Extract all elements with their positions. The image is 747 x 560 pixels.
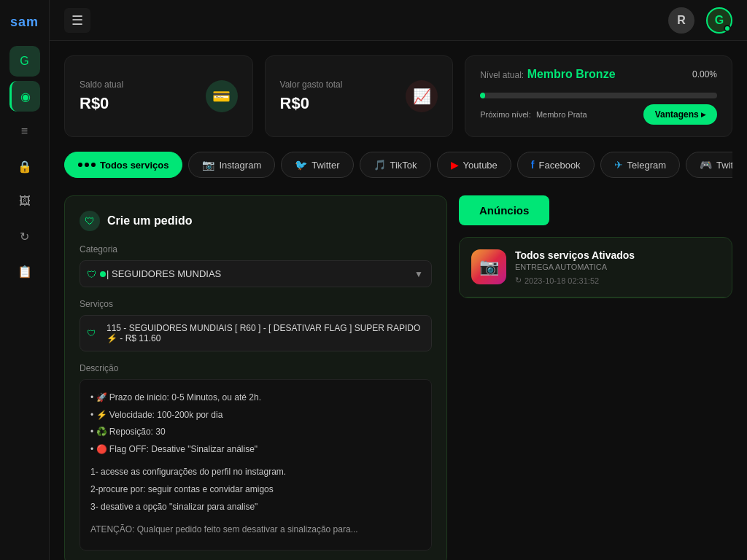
topbar-right: R G bbox=[668, 7, 732, 34]
service-card: 📷 Todos serviços Ativados ENTREGA AUTOMA… bbox=[460, 238, 732, 298]
sidebar-item-image[interactable]: 🖼 bbox=[9, 186, 40, 217]
tab-twitch[interactable]: 🎮 Twitch bbox=[686, 152, 732, 178]
servico-select-wrapper[interactable]: 🛡 115 - SEGUIDORES MUNDIAIS [ R60 ] - [ … bbox=[80, 315, 432, 351]
saldo-card: Saldo atual R$0 💳 bbox=[64, 55, 253, 137]
servico-shield-icon: 🛡 bbox=[87, 328, 96, 338]
tab-todos[interactable]: Todos serviços bbox=[64, 152, 182, 178]
image-icon: 🖼 bbox=[19, 195, 31, 208]
level-card: Nível atual: Membro Bronze 0.00% Próximo… bbox=[465, 55, 732, 137]
tab-tiktok[interactable]: 🎵 TikTok bbox=[360, 152, 431, 178]
youtube-icon: ▶ bbox=[451, 159, 459, 171]
valor-card: Valor gasto total R$0 📈 bbox=[265, 55, 454, 137]
valor-value: R$0 bbox=[280, 94, 343, 113]
level-info: Nível atual: Membro Bronze bbox=[480, 68, 615, 81]
valor-label: Valor gasto total bbox=[280, 79, 343, 90]
desc-line-6: 2-procure por: seguir contas e convidar … bbox=[90, 482, 421, 498]
desc-line-3: • ♻️ Reposição: 30 bbox=[90, 424, 421, 440]
shield-icon: 🛡 bbox=[80, 211, 100, 231]
order-card: 🛡 Crie um pedido Categoria 🛡 | SEGUIDORE… bbox=[64, 195, 447, 560]
saldo-value: R$0 bbox=[80, 94, 123, 113]
categoria-dot-icon bbox=[100, 271, 106, 277]
sidebar-item-clipboard[interactable]: 📋 bbox=[9, 256, 40, 287]
dots-icon bbox=[78, 163, 96, 167]
right-column: Anúncios 📷 Todos serviços Ativados ENTRE… bbox=[459, 195, 732, 560]
instagram-service-icon: 📷 bbox=[471, 249, 506, 284]
service-panel: 📷 Todos serviços Ativados ENTREGA AUTOMA… bbox=[459, 237, 732, 298]
level-progress-bar bbox=[480, 93, 717, 98]
ads-button[interactable]: Anúncios bbox=[459, 195, 549, 225]
level-top: Nível atual: Membro Bronze 0.00% bbox=[480, 68, 717, 81]
tab-youtube[interactable]: ▶ Youtube bbox=[437, 152, 511, 178]
desc-line-4: • 🔴 Flag OFF: Desative "Sinalizar anális… bbox=[90, 442, 421, 458]
desc-line-5: 1- acesse as configurações do perfil no … bbox=[90, 464, 421, 481]
instagram-icon: 📷 bbox=[202, 159, 214, 171]
hamburger-button[interactable]: ☰ bbox=[64, 8, 90, 33]
main-icon: ◉ bbox=[20, 90, 31, 104]
sidebar-item-lock[interactable]: 🔒 bbox=[9, 151, 40, 182]
nivel-percent: 0.00% bbox=[692, 69, 717, 79]
desc-line-2: • ⚡ Velocidade: 100-200k por dia bbox=[90, 408, 421, 424]
level-row2: Próximo nível: Membro Prata Vantagens ▸ bbox=[480, 104, 717, 125]
globe-icon: G bbox=[20, 55, 28, 68]
desc-line-1: • 🚀 Prazo de inicio: 0-5 Minutos, ou até… bbox=[90, 390, 421, 406]
app-logo[interactable]: sam bbox=[10, 7, 39, 42]
service-card-info: Todos serviços Ativados ENTREGA AUTOMATI… bbox=[515, 249, 635, 285]
saldo-label: Saldo atual bbox=[80, 79, 123, 90]
valor-icon: 📈 bbox=[406, 80, 438, 112]
sidebar: sam G ◉ ≡ 🔒 🖼 ↻ 📋 bbox=[0, 0, 50, 560]
description-box: • 🚀 Prazo de inicio: 0-5 Minutos, ou até… bbox=[80, 379, 432, 551]
sidebar-item-globe[interactable]: G bbox=[9, 46, 40, 77]
service-tabs: Todos serviços 📷 Instagram 🐦 Twitter 🎵 T… bbox=[64, 152, 732, 181]
list-icon: ≡ bbox=[21, 125, 28, 138]
valor-info: Valor gasto total R$0 bbox=[280, 79, 343, 113]
saldo-icon: 💳 bbox=[206, 80, 238, 112]
service-card-title: Todos serviços Ativados bbox=[515, 249, 635, 261]
service-card-time: ↻ 2023-10-18 02:31:52 bbox=[515, 276, 635, 285]
lock-icon: 🔒 bbox=[18, 160, 32, 174]
level-progress-fill bbox=[480, 93, 484, 98]
saldo-info: Saldo atual R$0 bbox=[80, 79, 123, 113]
tab-twitter[interactable]: 🐦 Twitter bbox=[281, 152, 353, 178]
facebook-icon: f bbox=[531, 159, 535, 171]
topbar: ☰ R G bbox=[50, 0, 747, 41]
categoria-select-wrapper: 🛡 | SEGUIDORES MUNDIAS ▼ bbox=[80, 260, 432, 287]
sidebar-item-main[interactable]: ◉ bbox=[9, 81, 40, 112]
twitch-icon: 🎮 bbox=[700, 159, 712, 171]
tab-telegram[interactable]: ✈ Telegram bbox=[600, 152, 680, 178]
topbar-left: ☰ bbox=[64, 8, 90, 33]
categoria-select[interactable]: | SEGUIDORES MUNDIAS bbox=[80, 260, 432, 287]
servicos-label: Serviços bbox=[80, 299, 432, 309]
sidebar-item-cloud[interactable]: ↻ bbox=[9, 221, 40, 252]
content-area: Saldo atual R$0 💳 Valor gasto total R$0 … bbox=[50, 41, 747, 560]
main-area: ☰ R G Saldo atual R$0 💳 Valor gasto to bbox=[50, 0, 747, 560]
categoria-shield-icon: 🛡 bbox=[87, 268, 96, 279]
desc-line-7: 3- desative a opção "sinalizar para anal… bbox=[90, 499, 421, 516]
vantagens-button[interactable]: Vantagens ▸ bbox=[643, 104, 717, 125]
cloud-icon: ↻ bbox=[20, 230, 29, 244]
order-title: Crie um pedido bbox=[107, 214, 192, 228]
sidebar-item-list[interactable]: ≡ bbox=[9, 116, 40, 147]
two-col-layout: 🛡 Crie um pedido Categoria 🛡 | SEGUIDORE… bbox=[64, 195, 732, 560]
categoria-label: Categoria bbox=[80, 244, 432, 254]
g-avatar[interactable]: G bbox=[706, 7, 732, 34]
twitter-icon: 🐦 bbox=[295, 159, 307, 171]
telegram-icon: ✈ bbox=[614, 159, 623, 171]
online-dot bbox=[724, 25, 731, 32]
service-card-sub: ENTREGA AUTOMATICA bbox=[515, 262, 635, 271]
clipboard-icon: 📋 bbox=[18, 265, 32, 279]
time-icon: ↻ bbox=[515, 276, 522, 285]
proximo-nivel: Próximo nível: Membro Prata bbox=[480, 110, 587, 119]
descricao-label: Descrição bbox=[80, 363, 432, 373]
tab-instagram[interactable]: 📷 Instagram bbox=[188, 152, 275, 178]
stats-row: Saldo atual R$0 💳 Valor gasto total R$0 … bbox=[64, 55, 732, 137]
desc-line-8: ATENÇÃO: Qualquer pedido feito sem desat… bbox=[90, 522, 421, 538]
tab-facebook[interactable]: f Facebook bbox=[517, 152, 595, 178]
order-card-header: 🛡 Crie um pedido bbox=[80, 211, 432, 231]
nivel-name: Membro Bronze bbox=[527, 68, 616, 80]
left-column: 🛡 Crie um pedido Categoria 🛡 | SEGUIDORE… bbox=[64, 195, 447, 560]
nivel-label: Nível atual: bbox=[480, 70, 524, 80]
user-avatar[interactable]: R bbox=[668, 7, 694, 34]
tiktok-icon: 🎵 bbox=[374, 159, 386, 171]
servico-select-display[interactable]: 115 - SEGUIDORES MUNDIAIS [ R60 ] - [ DE… bbox=[80, 315, 432, 351]
